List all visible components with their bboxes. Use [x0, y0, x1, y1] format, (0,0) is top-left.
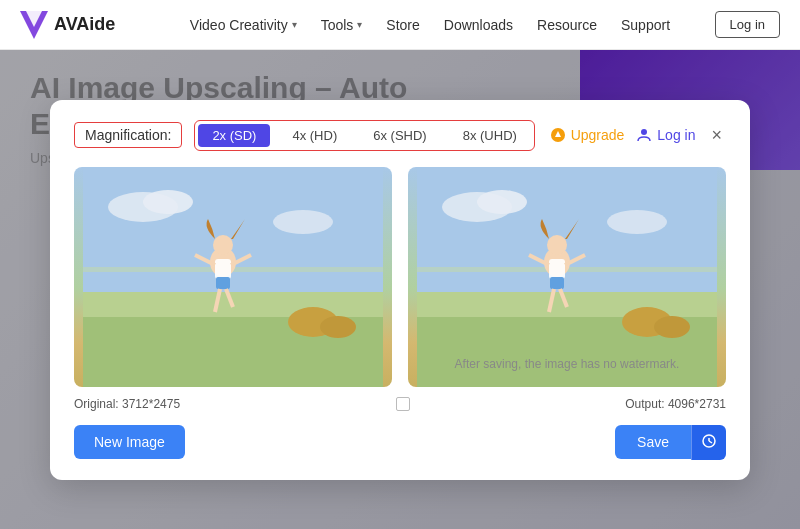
watermark-note: After saving, the image has no watermark… [455, 357, 680, 371]
modal-login-button[interactable]: Log in [636, 127, 695, 143]
output-dimensions: Output: 4096*2731 [625, 397, 726, 411]
magnification-label: Magnification: [74, 122, 182, 148]
svg-point-32 [547, 235, 567, 255]
chevron-down-icon: ▾ [357, 19, 362, 30]
navbar: AVAide Video Creativity ▾ Tools ▾ Store … [0, 0, 800, 50]
output-image-scene [408, 167, 726, 387]
background-content: AI Image Upscaling – Auto En... Upscal..… [0, 50, 800, 529]
bottom-buttons: New Image Save [74, 425, 726, 460]
nav-video-creativity[interactable]: Video Creativity ▾ [190, 17, 297, 33]
modal-header: Magnification: 2x (SD) 4x (HD) 6x (SHD) … [74, 120, 726, 151]
svg-point-26 [607, 210, 667, 234]
nav-store[interactable]: Store [386, 17, 419, 33]
svg-point-4 [641, 129, 647, 135]
modal: Magnification: 2x (SD) 4x (HD) 6x (SHD) … [50, 100, 750, 480]
svg-point-15 [213, 235, 233, 255]
nav-downloads[interactable]: Downloads [444, 17, 513, 33]
svg-rect-17 [216, 277, 230, 289]
logo-text: AVAide [54, 14, 115, 35]
save-dropdown-button[interactable] [691, 425, 726, 460]
original-image-scene [74, 167, 392, 387]
magnification-options: 2x (SD) 4x (HD) 6x (SHD) 8x (UHD) [194, 120, 534, 151]
nav-tools[interactable]: Tools ▾ [321, 17, 363, 33]
modal-actions: Upgrade Log in × [550, 124, 726, 146]
svg-rect-16 [215, 259, 231, 279]
chevron-down-icon: ▾ [292, 19, 297, 30]
modal-overlay: Magnification: 2x (SD) 4x (HD) 6x (SHD) … [0, 50, 800, 529]
navbar-login-button[interactable]: Log in [715, 11, 780, 38]
clock-icon [702, 434, 716, 448]
logo-icon [20, 11, 48, 39]
save-group: Save [615, 425, 726, 460]
logo[interactable]: AVAide [20, 11, 115, 39]
navbar-right: Log in [715, 11, 780, 38]
svg-rect-5 [83, 167, 383, 297]
svg-point-13 [320, 316, 356, 338]
svg-point-30 [654, 316, 690, 338]
original-image-panel [74, 167, 392, 387]
svg-point-8 [143, 190, 193, 214]
mag-option-6x[interactable]: 6x (SHD) [359, 124, 440, 147]
svg-point-9 [273, 210, 333, 234]
magnification-row: Magnification: 2x (SD) 4x (HD) 6x (SHD) … [74, 120, 535, 151]
svg-line-41 [709, 441, 712, 443]
user-icon [636, 127, 652, 143]
save-button[interactable]: Save [615, 425, 691, 459]
new-image-button[interactable]: New Image [74, 425, 185, 459]
svg-rect-22 [417, 167, 717, 297]
svg-rect-34 [550, 277, 564, 289]
info-row: Original: 3712*2475 Output: 4096*2731 [74, 397, 726, 411]
svg-rect-33 [549, 259, 565, 279]
upgrade-icon [550, 127, 566, 143]
svg-point-25 [477, 190, 527, 214]
output-image-panel: After saving, the image has no watermark… [408, 167, 726, 387]
nav-support[interactable]: Support [621, 17, 670, 33]
mag-option-8x[interactable]: 8x (UHD) [449, 124, 531, 147]
mag-option-2x[interactable]: 2x (SD) [198, 124, 270, 147]
close-button[interactable]: × [707, 124, 726, 146]
nav-resource[interactable]: Resource [537, 17, 597, 33]
original-image [74, 167, 392, 387]
mag-option-4x[interactable]: 4x (HD) [278, 124, 351, 147]
navbar-menu: Video Creativity ▾ Tools ▾ Store Downloa… [145, 17, 714, 33]
output-image [408, 167, 726, 387]
original-dimensions: Original: 3712*2475 [74, 397, 180, 411]
checkbox[interactable] [396, 397, 410, 411]
images-row: After saving, the image has no watermark… [74, 167, 726, 387]
upgrade-button[interactable]: Upgrade [550, 127, 625, 143]
